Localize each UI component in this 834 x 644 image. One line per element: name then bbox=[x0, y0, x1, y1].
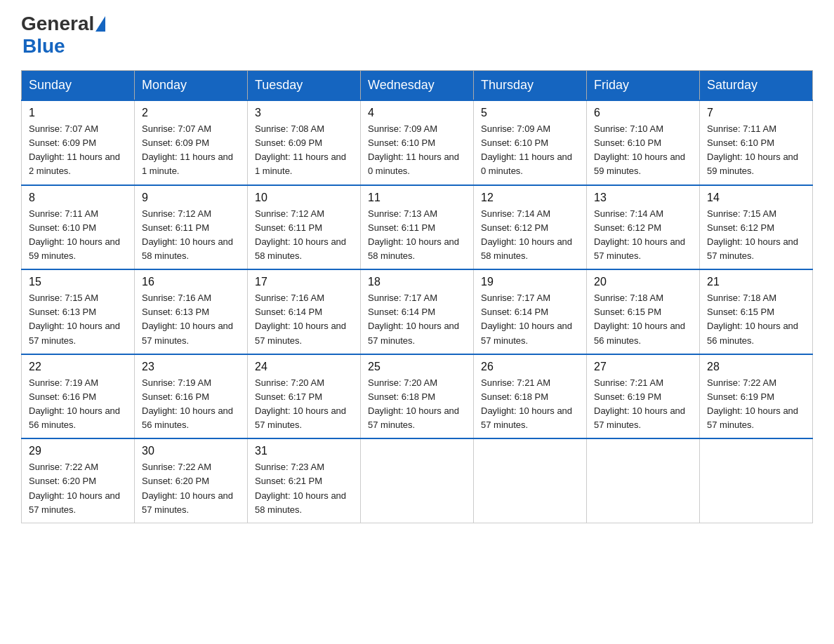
day-info: Sunrise: 7:21 AMSunset: 6:19 PMDaylight:… bbox=[594, 376, 692, 433]
calendar-cell: 28Sunrise: 7:22 AMSunset: 6:19 PMDayligh… bbox=[700, 354, 813, 439]
day-number: 24 bbox=[255, 361, 353, 373]
logo-triangle-icon bbox=[95, 16, 105, 32]
calendar-cell: 5Sunrise: 7:09 AMSunset: 6:10 PMDaylight… bbox=[474, 100, 587, 185]
day-number: 13 bbox=[594, 192, 692, 204]
calendar-cell: 4Sunrise: 7:09 AMSunset: 6:10 PMDaylight… bbox=[361, 100, 474, 185]
day-number: 7 bbox=[707, 107, 805, 119]
calendar-cell: 16Sunrise: 7:16 AMSunset: 6:13 PMDayligh… bbox=[135, 269, 248, 354]
page-header: General Blue bbox=[21, 14, 813, 58]
calendar-cell: 25Sunrise: 7:20 AMSunset: 6:18 PMDayligh… bbox=[361, 354, 474, 439]
day-number: 3 bbox=[255, 107, 353, 119]
weekday-header-wednesday: Wednesday bbox=[361, 71, 474, 101]
day-info: Sunrise: 7:20 AMSunset: 6:18 PMDaylight:… bbox=[368, 376, 466, 433]
day-info: Sunrise: 7:10 AMSunset: 6:10 PMDaylight:… bbox=[594, 122, 692, 179]
day-info: Sunrise: 7:22 AMSunset: 6:20 PMDaylight:… bbox=[142, 460, 240, 517]
day-info: Sunrise: 7:15 AMSunset: 6:13 PMDaylight:… bbox=[29, 291, 127, 348]
calendar-cell: 10Sunrise: 7:12 AMSunset: 6:11 PMDayligh… bbox=[248, 185, 361, 270]
day-info: Sunrise: 7:12 AMSunset: 6:11 PMDaylight:… bbox=[255, 207, 353, 264]
calendar-cell: 6Sunrise: 7:10 AMSunset: 6:10 PMDaylight… bbox=[587, 100, 700, 185]
day-number: 25 bbox=[368, 361, 466, 373]
week-row-5: 29Sunrise: 7:22 AMSunset: 6:20 PMDayligh… bbox=[22, 438, 813, 523]
day-info: Sunrise: 7:17 AMSunset: 6:14 PMDaylight:… bbox=[481, 291, 579, 348]
day-info: Sunrise: 7:07 AMSunset: 6:09 PMDaylight:… bbox=[29, 122, 127, 179]
week-row-2: 8Sunrise: 7:11 AMSunset: 6:10 PMDaylight… bbox=[22, 185, 813, 270]
calendar-cell: 26Sunrise: 7:21 AMSunset: 6:18 PMDayligh… bbox=[474, 354, 587, 439]
weekday-header-tuesday: Tuesday bbox=[248, 71, 361, 101]
day-info: Sunrise: 7:18 AMSunset: 6:15 PMDaylight:… bbox=[594, 291, 692, 348]
week-row-4: 22Sunrise: 7:19 AMSunset: 6:16 PMDayligh… bbox=[22, 354, 813, 439]
calendar-cell: 29Sunrise: 7:22 AMSunset: 6:20 PMDayligh… bbox=[22, 438, 135, 523]
day-info: Sunrise: 7:22 AMSunset: 6:19 PMDaylight:… bbox=[707, 376, 805, 433]
calendar-cell: 13Sunrise: 7:14 AMSunset: 6:12 PMDayligh… bbox=[587, 185, 700, 270]
calendar-cell: 11Sunrise: 7:13 AMSunset: 6:11 PMDayligh… bbox=[361, 185, 474, 270]
weekday-header-thursday: Thursday bbox=[474, 71, 587, 101]
calendar-cell: 21Sunrise: 7:18 AMSunset: 6:15 PMDayligh… bbox=[700, 269, 813, 354]
calendar-cell: 20Sunrise: 7:18 AMSunset: 6:15 PMDayligh… bbox=[587, 269, 700, 354]
day-number: 23 bbox=[142, 361, 240, 373]
week-row-3: 15Sunrise: 7:15 AMSunset: 6:13 PMDayligh… bbox=[22, 269, 813, 354]
day-number: 12 bbox=[481, 192, 579, 204]
calendar-cell bbox=[474, 438, 587, 523]
calendar-cell: 1Sunrise: 7:07 AMSunset: 6:09 PMDaylight… bbox=[22, 100, 135, 185]
day-info: Sunrise: 7:22 AMSunset: 6:20 PMDaylight:… bbox=[29, 460, 127, 517]
day-info: Sunrise: 7:09 AMSunset: 6:10 PMDaylight:… bbox=[481, 122, 579, 179]
day-info: Sunrise: 7:21 AMSunset: 6:18 PMDaylight:… bbox=[481, 376, 579, 433]
day-number: 10 bbox=[255, 192, 353, 204]
day-number: 29 bbox=[29, 445, 127, 457]
day-number: 14 bbox=[707, 192, 805, 204]
day-info: Sunrise: 7:16 AMSunset: 6:14 PMDaylight:… bbox=[255, 291, 353, 348]
logo-general-text: General bbox=[21, 14, 94, 34]
day-info: Sunrise: 7:14 AMSunset: 6:12 PMDaylight:… bbox=[481, 207, 579, 264]
calendar-cell: 2Sunrise: 7:07 AMSunset: 6:09 PMDaylight… bbox=[135, 100, 248, 185]
calendar-cell: 3Sunrise: 7:08 AMSunset: 6:09 PMDaylight… bbox=[248, 100, 361, 185]
calendar-cell bbox=[361, 438, 474, 523]
day-number: 4 bbox=[368, 107, 466, 119]
day-info: Sunrise: 7:14 AMSunset: 6:12 PMDaylight:… bbox=[594, 207, 692, 264]
weekday-header-saturday: Saturday bbox=[700, 71, 813, 101]
calendar-cell: 19Sunrise: 7:17 AMSunset: 6:14 PMDayligh… bbox=[474, 269, 587, 354]
day-info: Sunrise: 7:16 AMSunset: 6:13 PMDaylight:… bbox=[142, 291, 240, 348]
calendar-cell: 12Sunrise: 7:14 AMSunset: 6:12 PMDayligh… bbox=[474, 185, 587, 270]
day-number: 18 bbox=[368, 276, 466, 288]
day-info: Sunrise: 7:07 AMSunset: 6:09 PMDaylight:… bbox=[142, 122, 240, 179]
day-number: 16 bbox=[142, 276, 240, 288]
day-number: 31 bbox=[255, 445, 353, 457]
weekday-header-monday: Monday bbox=[135, 71, 248, 101]
day-info: Sunrise: 7:11 AMSunset: 6:10 PMDaylight:… bbox=[707, 122, 805, 179]
day-number: 5 bbox=[481, 107, 579, 119]
day-info: Sunrise: 7:09 AMSunset: 6:10 PMDaylight:… bbox=[368, 122, 466, 179]
day-number: 28 bbox=[707, 361, 805, 373]
calendar-cell: 15Sunrise: 7:15 AMSunset: 6:13 PMDayligh… bbox=[22, 269, 135, 354]
calendar-cell: 27Sunrise: 7:21 AMSunset: 6:19 PMDayligh… bbox=[587, 354, 700, 439]
day-info: Sunrise: 7:19 AMSunset: 6:16 PMDaylight:… bbox=[142, 376, 240, 433]
calendar-table: SundayMondayTuesdayWednesdayThursdayFrid… bbox=[21, 70, 813, 523]
day-info: Sunrise: 7:18 AMSunset: 6:15 PMDaylight:… bbox=[707, 291, 805, 348]
day-number: 17 bbox=[255, 276, 353, 288]
day-info: Sunrise: 7:15 AMSunset: 6:12 PMDaylight:… bbox=[707, 207, 805, 264]
day-info: Sunrise: 7:13 AMSunset: 6:11 PMDaylight:… bbox=[368, 207, 466, 264]
day-number: 27 bbox=[594, 361, 692, 373]
day-number: 1 bbox=[29, 107, 127, 119]
weekday-header-row: SundayMondayTuesdayWednesdayThursdayFrid… bbox=[22, 71, 813, 101]
day-number: 2 bbox=[142, 107, 240, 119]
day-info: Sunrise: 7:17 AMSunset: 6:14 PMDaylight:… bbox=[368, 291, 466, 348]
day-info: Sunrise: 7:08 AMSunset: 6:09 PMDaylight:… bbox=[255, 122, 353, 179]
day-number: 6 bbox=[594, 107, 692, 119]
day-number: 19 bbox=[481, 276, 579, 288]
calendar-cell: 9Sunrise: 7:12 AMSunset: 6:11 PMDaylight… bbox=[135, 185, 248, 270]
day-info: Sunrise: 7:23 AMSunset: 6:21 PMDaylight:… bbox=[255, 460, 353, 517]
day-number: 20 bbox=[594, 276, 692, 288]
day-number: 8 bbox=[29, 192, 127, 204]
calendar-cell: 8Sunrise: 7:11 AMSunset: 6:10 PMDaylight… bbox=[22, 185, 135, 270]
calendar-cell bbox=[587, 438, 700, 523]
calendar-cell: 24Sunrise: 7:20 AMSunset: 6:17 PMDayligh… bbox=[248, 354, 361, 439]
day-info: Sunrise: 7:12 AMSunset: 6:11 PMDaylight:… bbox=[142, 207, 240, 264]
calendar-cell: 7Sunrise: 7:11 AMSunset: 6:10 PMDaylight… bbox=[700, 100, 813, 185]
day-number: 26 bbox=[481, 361, 579, 373]
day-number: 30 bbox=[142, 445, 240, 457]
calendar-cell: 30Sunrise: 7:22 AMSunset: 6:20 PMDayligh… bbox=[135, 438, 248, 523]
calendar-cell: 14Sunrise: 7:15 AMSunset: 6:12 PMDayligh… bbox=[700, 185, 813, 270]
day-info: Sunrise: 7:20 AMSunset: 6:17 PMDaylight:… bbox=[255, 376, 353, 433]
weekday-header-friday: Friday bbox=[587, 71, 700, 101]
day-number: 22 bbox=[29, 361, 127, 373]
